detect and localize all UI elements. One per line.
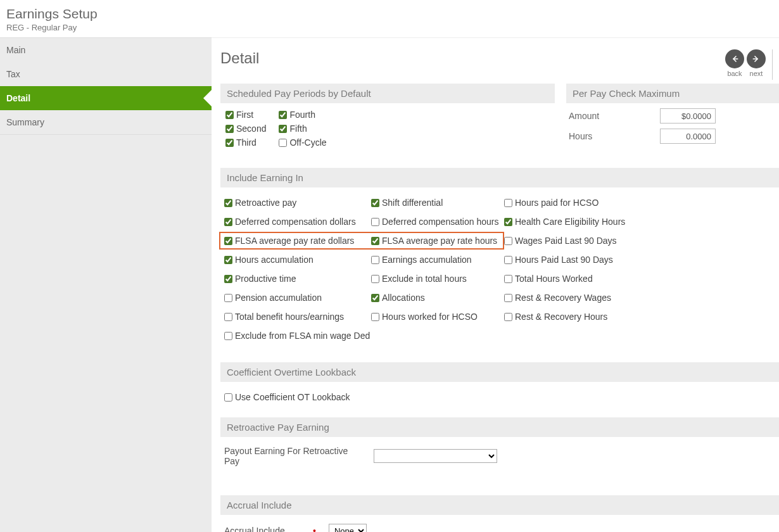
cb-second-label: Second (236, 122, 266, 135)
cb-third[interactable]: Third (225, 136, 266, 149)
cb-fourth[interactable]: Fourth (279, 108, 326, 121)
cb-rest-recovery-wages[interactable]: Rest & Recovery Wages (504, 291, 643, 304)
accrual-header: Accrual Include (220, 495, 779, 515)
cb-health-care-eligibility-hours[interactable]: Health Care Eligibility Hours (504, 215, 643, 228)
next-label: next (750, 70, 763, 77)
cb-earnings-accumulation[interactable]: Earnings accumulation (371, 253, 504, 266)
include-header: Include Earning In (220, 168, 779, 187)
cb-hours-paid-last-90[interactable]: Hours Paid Last 90 Days (504, 253, 643, 266)
cb-retroactive-pay[interactable]: Retroactive pay (224, 196, 371, 209)
cb-offcycle[interactable]: Off-Cycle (279, 136, 326, 149)
cb-fifth-label: Fifth (289, 122, 307, 135)
cb-allocations[interactable]: Allocations (371, 291, 504, 304)
cb-third-label: Third (236, 136, 256, 149)
sidebar: Main Tax Detail Summary (0, 37, 212, 532)
cb-fifth-input[interactable] (279, 125, 287, 133)
back-label: back (727, 70, 742, 77)
cb-shift-differential[interactable]: Shift differential (371, 196, 504, 209)
cb-first-input[interactable] (225, 111, 234, 119)
cb-exclude-flsa-min-wage-ded[interactable]: Exclude from FLSA min wage Ded (224, 329, 643, 342)
next-button[interactable]: next (747, 49, 766, 80)
cb-use-coefficient-ot[interactable]: Use Coefficient OT Lookback (224, 391, 775, 403)
cb-fourth-input[interactable] (279, 111, 287, 119)
cb-first[interactable]: First (225, 108, 266, 121)
cb-second-input[interactable] (225, 125, 234, 133)
main-panel: Detail back next Sch (212, 37, 779, 532)
accrual-label: Accrual Include (224, 526, 303, 532)
page-subtitle: REG - Regular Pay (6, 23, 773, 32)
cb-total-benefit-hours[interactable]: Total benefit hours/earnings (224, 310, 371, 323)
cb-deferred-comp-dollars[interactable]: Deferred compensation dollars (224, 215, 371, 228)
cb-wages-paid-last-90[interactable]: Wages Paid Last 90 Days (504, 234, 643, 247)
cb-fourth-label: Fourth (289, 108, 315, 121)
tab-detail[interactable]: Detail (0, 86, 212, 110)
scheduled-header: Scheduled Pay Periods by Default (220, 84, 555, 103)
cb-deferred-comp-hours[interactable]: Deferred compensation hours (371, 215, 504, 228)
required-marker: • (313, 526, 316, 532)
cb-first-label: First (236, 108, 253, 121)
tab-summary[interactable]: Summary (0, 110, 212, 135)
cb-total-hours-worked[interactable]: Total Hours Worked (504, 272, 643, 285)
cb-flsa-avg-pay-hours[interactable]: FLSA average pay rate hours (371, 234, 504, 247)
accrual-select[interactable]: None (329, 524, 367, 532)
cb-second[interactable]: Second (225, 122, 266, 135)
arrow-left-icon (725, 49, 744, 68)
retro-label: Payout Earning For Retroactive Pay (224, 446, 365, 466)
tab-tax[interactable]: Tax (0, 62, 212, 86)
paycheck-header: Per Pay Check Maximum (566, 84, 779, 103)
cb-hours-paid-hcso[interactable]: Hours paid for HCSO (504, 196, 643, 209)
cb-productive-time[interactable]: Productive time (224, 272, 371, 285)
page-header: Earnings Setup REG - Regular Pay (0, 0, 779, 37)
cb-third-input[interactable] (225, 139, 234, 147)
retro-select[interactable] (374, 449, 497, 463)
cb-hours-worked-hcso[interactable]: Hours worked for HCSO (371, 310, 504, 323)
main-title: Detail (220, 49, 259, 67)
amount-label: Amount (569, 111, 651, 121)
include-grid: Retroactive pay Shift differential Hours… (220, 193, 779, 352)
back-button[interactable]: back (725, 49, 744, 80)
cb-offcycle-label: Off-Cycle (289, 136, 326, 149)
cb-rest-recovery-hours[interactable]: Rest & Recovery Hours (504, 310, 643, 323)
hours-input[interactable] (660, 129, 716, 144)
cb-fifth[interactable]: Fifth (279, 122, 326, 135)
arrow-right-icon (747, 49, 766, 68)
page-title: Earnings Setup (6, 6, 773, 22)
coefficient-header: Coefficient Overtime Lookback (220, 362, 779, 382)
cb-offcycle-input[interactable] (279, 139, 287, 147)
hours-label: Hours (569, 131, 651, 141)
nav-separator (772, 49, 773, 80)
cb-flsa-avg-pay-dollars[interactable]: FLSA average pay rate dollars (224, 234, 371, 247)
cb-pension-accumulation[interactable]: Pension accumulation (224, 291, 371, 304)
tab-main[interactable]: Main (0, 38, 212, 62)
cb-hours-accumulation[interactable]: Hours accumulation (224, 253, 371, 266)
nav-buttons: back next (725, 49, 773, 80)
amount-input[interactable] (660, 108, 716, 124)
retro-header: Retroactive Pay Earning (220, 417, 779, 437)
cb-exclude-total-hours[interactable]: Exclude in total hours (371, 272, 504, 285)
